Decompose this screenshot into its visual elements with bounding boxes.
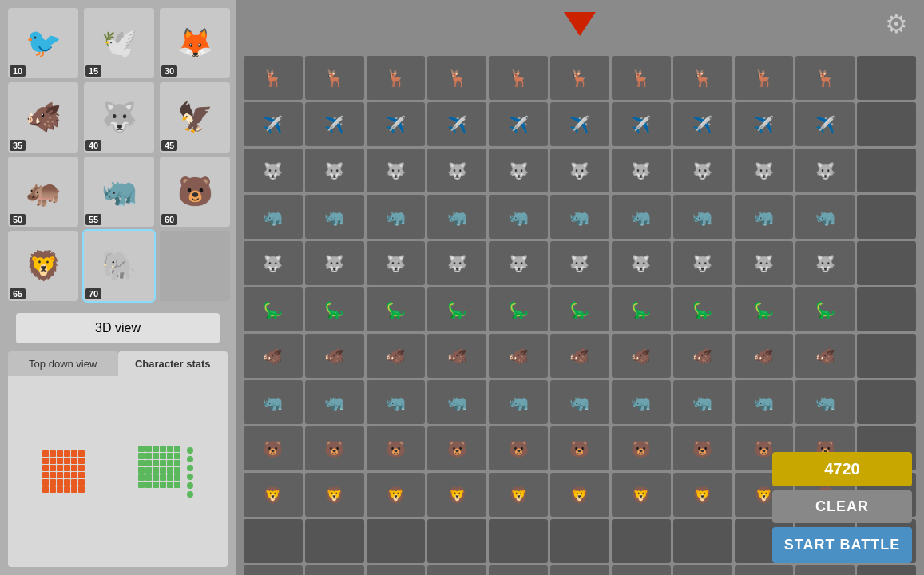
grid-cell[interactable]: 🐺	[735, 149, 794, 192]
grid-cell[interactable]: 🦕	[489, 288, 548, 331]
grid-cell[interactable]: 🦏	[735, 380, 794, 424]
grid-cell[interactable]: ✈️	[367, 102, 426, 146]
grid-cell[interactable]: 🐗	[305, 334, 364, 378]
grid-cell[interactable]: 🦕	[244, 288, 303, 331]
grid-cell[interactable]: 🦏	[427, 195, 486, 239]
grid-cell[interactable]: 🐘	[612, 565, 671, 575]
grid-cell[interactable]: 🦏	[367, 195, 426, 239]
grid-cell[interactable]	[244, 519, 303, 563]
grid-cell[interactable]: 🐘	[367, 565, 426, 575]
grid-cell[interactable]: ✈️	[244, 102, 303, 146]
grid-cell[interactable]: 🦌	[673, 56, 732, 100]
settings-button[interactable]: ⚙	[880, 8, 912, 40]
grid-cell[interactable]: 🐘	[489, 565, 548, 575]
grid-cell[interactable]: 🦌	[305, 56, 364, 100]
grid-cell[interactable]: 🦕	[305, 288, 364, 331]
grid-cell[interactable]: 🦏	[550, 195, 609, 239]
grid-cell[interactable]: 🐺	[550, 149, 609, 192]
grid-cell[interactable]: 🦏	[305, 380, 364, 424]
grid-cell[interactable]: 🐺	[244, 149, 303, 192]
clear-button[interactable]: CLEAR	[772, 490, 912, 523]
grid-cell[interactable]: 🦁	[427, 473, 486, 517]
grid-cell[interactable]: 🦕	[550, 288, 609, 331]
grid-cell[interactable]: 🦕	[427, 288, 486, 331]
grid-cell[interactable]	[857, 241, 916, 285]
grid-cell[interactable]: 🐻	[244, 426, 303, 470]
grid-cell[interactable]: 🦁	[244, 473, 303, 517]
grid-cell[interactable]: 🦏	[795, 195, 855, 239]
grid-cell[interactable]: 🦏	[427, 380, 486, 424]
grid-cell[interactable]: 🐻	[427, 426, 486, 470]
grid-cell[interactable]: 🐺	[673, 149, 732, 192]
grid-cell[interactable]: 🐺	[612, 241, 671, 285]
grid-cell[interactable]: 🐗	[673, 334, 732, 378]
3d-view-button[interactable]: 3D view	[16, 313, 220, 343]
grid-cell[interactable]: ✈️	[427, 102, 486, 146]
grid-cell[interactable]	[857, 149, 916, 192]
grid-cell[interactable]: ✈️	[305, 102, 364, 146]
grid-cell[interactable]: 🦌	[735, 56, 794, 100]
animal-cell-bear[interactable]: 🐻 60	[160, 157, 230, 227]
grid-cell[interactable]	[857, 195, 916, 239]
grid-cell[interactable]: 🐻	[305, 426, 364, 470]
grid-cell[interactable]	[857, 565, 916, 575]
grid-cell[interactable]: 🐺	[305, 241, 364, 285]
grid-cell[interactable]: 🐗	[367, 334, 426, 378]
grid-cell[interactable]: 🐻	[673, 426, 732, 470]
grid-cell[interactable]: 🐗	[550, 334, 609, 378]
grid-cell[interactable]	[305, 519, 364, 563]
grid-cell[interactable]: 🐺	[673, 241, 732, 285]
animal-cell-wolf[interactable]: 🐺 40	[84, 82, 154, 153]
grid-cell[interactable]: 🐘	[673, 565, 732, 575]
grid-cell[interactable]	[427, 519, 486, 563]
grid-cell[interactable]: 🦏	[795, 380, 855, 424]
grid-cell[interactable]: 🦁	[612, 473, 671, 517]
grid-cell[interactable]	[550, 519, 609, 563]
grid-cell[interactable]: 🦏	[305, 195, 364, 239]
grid-cell[interactable]: 🐺	[367, 149, 426, 192]
grid-cell[interactable]: 🐗	[735, 334, 794, 378]
grid-cell[interactable]: 🦏	[612, 380, 671, 424]
animal-cell-boar[interactable]: 🐗 35	[8, 82, 78, 153]
grid-cell[interactable]: 🐺	[489, 241, 548, 285]
grid-cell[interactable]	[489, 519, 548, 563]
grid-cell[interactable]: 🐘	[550, 565, 609, 575]
grid-cell[interactable]	[857, 288, 916, 331]
grid-cell[interactable]: 🐻	[367, 426, 426, 470]
grid-cell[interactable]: 🦌	[795, 56, 855, 100]
tab-character-stats[interactable]: Character stats	[118, 351, 228, 376]
grid-cell[interactable]: 🐗	[489, 334, 548, 378]
grid-cell[interactable]: 🦌	[612, 56, 671, 100]
grid-cell[interactable]: 🐺	[427, 149, 486, 192]
grid-cell[interactable]: 🐺	[427, 241, 486, 285]
grid-cell[interactable]: 🦁	[305, 473, 364, 517]
grid-cell[interactable]	[857, 56, 916, 100]
grid-cell[interactable]	[857, 380, 916, 424]
tab-top-down-view[interactable]: Top down view	[8, 351, 118, 376]
grid-cell[interactable]	[857, 102, 916, 146]
grid-cell[interactable]: 🐺	[305, 149, 364, 192]
animal-cell-elephant[interactable]: 🐘 70	[84, 231, 154, 301]
grid-cell[interactable]	[673, 519, 732, 563]
animal-cell-fox[interactable]: 🦊 30	[160, 8, 230, 78]
grid-cell[interactable]: 🦏	[550, 380, 609, 424]
animal-cell-hippo[interactable]: 🦛 50	[8, 157, 78, 227]
grid-cell[interactable]: ✈️	[735, 102, 794, 146]
animal-cell-bat[interactable]: 🦅 45	[160, 82, 230, 153]
grid-cell[interactable]: 🐘	[427, 565, 486, 575]
grid-cell[interactable]: 🦏	[489, 380, 548, 424]
grid-cell[interactable]: ✈️	[550, 102, 609, 146]
grid-cell[interactable]: 🦁	[550, 473, 609, 517]
grid-cell[interactable]: 🦁	[489, 473, 548, 517]
grid-cell[interactable]	[857, 334, 916, 378]
grid-cell[interactable]: 🦌	[244, 56, 303, 100]
grid-cell[interactable]: 🐗	[427, 334, 486, 378]
start-battle-button[interactable]: START BATTLE	[772, 527, 912, 563]
grid-cell[interactable]: 🐺	[244, 241, 303, 285]
grid-cell[interactable]: 🐺	[735, 241, 794, 285]
grid-cell[interactable]: 🦏	[673, 380, 732, 424]
grid-cell[interactable]: 🦌	[367, 56, 426, 100]
grid-cell[interactable]: 🦁	[673, 473, 732, 517]
grid-cell[interactable]: 🦏	[735, 195, 794, 239]
grid-cell[interactable]: 🐘	[305, 565, 364, 575]
